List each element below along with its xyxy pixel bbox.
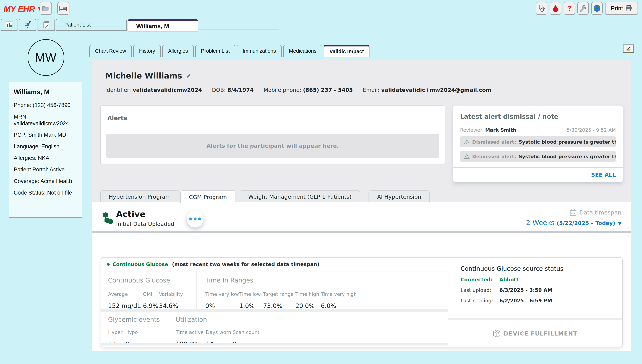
continuous-glucose-section: Continuous Glucose Average 152 mg/dL GMI… [101, 272, 197, 309]
clinical-button[interactable] [536, 2, 547, 15]
inpatient-button[interactable] [57, 2, 70, 15]
tab-inbox[interactable] [19, 19, 36, 30]
stethoscope-icon [538, 5, 545, 12]
field-email: Email: validatevalidic+mw2024@gmail.com [363, 87, 492, 93]
source-connected-row: Connected: Abbott [460, 277, 622, 283]
folder-icon [42, 5, 50, 12]
patient-header-name: Michelle Williams [105, 71, 182, 80]
tab-reports[interactable] [1, 19, 18, 30]
tab-hypertension-program[interactable]: Hypertension Program [100, 190, 179, 202]
web-button[interactable] [591, 2, 603, 15]
charts-folder-button[interactable] [40, 2, 52, 15]
divider [101, 309, 448, 312]
patient-list-label: Patient List [64, 22, 90, 28]
glycemic-events-section: Glycemic events Hyper 13 Hypo 0 [101, 312, 167, 343]
help-button[interactable]: ? [564, 2, 575, 15]
time-in-ranges-section: Time In Ranges Time very low 0% Time low… [197, 272, 448, 309]
metric-time-very-low: Time very low 0% [205, 292, 239, 309]
patient-info-card: Williams, M Phone: (123) 456-7890 MRN: v… [9, 82, 82, 218]
program-substatus: Initial Data Uploaded [116, 221, 174, 227]
printer-icon [625, 5, 632, 12]
timespan-label: Data timespan [579, 209, 621, 216]
metric-gmi: GMI 6.9% [143, 292, 159, 309]
sidebar-allergies: Allergies: NKA [14, 155, 77, 162]
source-last-upload-row: Last upload: 6/3/2025 - 3:59 AM [460, 287, 622, 293]
dismissed-alert-row[interactable]: Dismissed alert: Systolic blood pressure… [460, 151, 616, 162]
source-status-title: Continuous Glucose source status [460, 265, 622, 272]
sidebar-phone: Phone: (123) 456-7890 [14, 102, 77, 108]
lab-button[interactable] [550, 2, 561, 15]
sidebar-code-status: Code Status: Not on file [14, 190, 77, 196]
tab-chart-review[interactable]: Chart Review [89, 45, 132, 57]
see-all-link[interactable]: SEE ALL [460, 172, 616, 178]
cgm-header-note: (most recent two weeks for selected data… [172, 262, 320, 267]
tab-history[interactable]: History [133, 45, 161, 57]
writing-hand-icon [625, 46, 632, 52]
chevron-down-icon: ▼ [618, 221, 621, 226]
chart-tab-bar: Chart Review History Allergies Problem L… [89, 45, 370, 57]
alerts-empty-message: Alerts for the participant will appear h… [106, 134, 439, 158]
sidebar-portal: Patient Portal: Active [14, 166, 77, 173]
alerts-title: Alerts [100, 106, 445, 131]
tab-problem-list[interactable]: Problem List [195, 45, 235, 57]
metric-time-very-high: Time very high 6.0% [321, 292, 357, 309]
green-dot-icon [107, 263, 110, 266]
sign-note-button[interactable] [623, 44, 634, 53]
metric-target-range: Target range 73.0% [263, 292, 295, 309]
tab-medications[interactable]: Medications [283, 45, 322, 57]
question-icon: ? [567, 4, 572, 12]
program-tab-bar: Hypertension Program CGM Program Weight … [100, 190, 430, 203]
tab-active-patient[interactable]: Williams, M [128, 19, 198, 32]
tab-validic-impact[interactable]: Validic Impact [324, 45, 370, 57]
metric-time-low: Time low 1.0% [239, 292, 263, 309]
section-divider-bar [92, 231, 630, 233]
sidebar-language: Language: English [14, 143, 77, 150]
metric-variability: Variability 34.6% [159, 292, 183, 309]
print-label: Print [611, 5, 623, 12]
cgm-header-title: Continuous Glucose [112, 262, 168, 267]
validic-impact-panel: Michelle Williams Identifier: validateva… [92, 60, 630, 351]
calendar-range-icon [570, 209, 576, 216]
cgm-program-panel: Active Initial Data Uploaded Data timesp… [92, 202, 630, 351]
bar-chart-icon [6, 21, 13, 28]
dismissed-alert-row[interactable]: Dismissed alert: Systolic blood pressure… [460, 136, 616, 148]
reviewer: Reviewer: Mark Smith [460, 127, 516, 133]
more-options-button[interactable] [186, 210, 204, 228]
device-fulfillment-button[interactable]: DEVICE FULFILLMENT [448, 318, 622, 347]
source-last-reading-row: Last reading: 6/2/2025 - 6:59 PM [460, 298, 622, 304]
warning-icon [464, 154, 470, 159]
app-logo[interactable]: MY EHR▼ [4, 4, 42, 14]
field-identifier: Identifier: validatevalidicmw2024 [105, 87, 202, 93]
divider [453, 167, 622, 168]
field-mobile: Mobile phone: (865) 237 - 5403 [264, 87, 353, 93]
tab-immunizations[interactable]: Immunizations [237, 45, 282, 57]
program-status: Active [116, 209, 174, 219]
tab-cgm-program[interactable]: CGM Program [180, 190, 235, 203]
edit-pencil-icon[interactable] [186, 73, 192, 79]
metric-time-high: Time high 20.0% [295, 292, 321, 309]
metric-average: Average 152 mg/dL [108, 292, 143, 309]
sidebar-divider [86, 36, 86, 320]
validic-logo-icon [102, 212, 114, 227]
tools-button[interactable] [577, 2, 589, 15]
warning-icon [464, 139, 470, 144]
globe-icon [593, 5, 601, 12]
dismissal-card: Latest alert dismissal / note Reviewer: … [453, 106, 622, 182]
timespan-select[interactable]: 2 Weeks (5/22/2025 – Today)▼ [526, 219, 621, 226]
tab-ai-hypertension[interactable]: AI Hypertension [368, 190, 430, 202]
sidebar-patient-name: Williams, M [14, 88, 77, 96]
dismissal-timestamp: 5/30/2025 - 9:52 AM [567, 127, 616, 133]
tab-weight-management[interactable]: Weight Management (GLP-1 Patients) [240, 190, 360, 202]
tab-notes[interactable] [38, 19, 55, 30]
dismissal-title: Latest alert dismissal / note [460, 113, 616, 120]
package-icon [493, 330, 500, 338]
active-patient-label: Williams, M [136, 22, 169, 30]
tab-allergies[interactable]: Allergies [162, 45, 194, 57]
alerts-card: Alerts Alerts for the participant will a… [100, 105, 445, 164]
source-status-section: Continuous Glucose source status Connect… [448, 258, 622, 347]
tab-patient-list[interactable]: Patient List [56, 19, 127, 30]
wrench-icon [579, 5, 587, 12]
notepad-icon [43, 21, 50, 28]
print-button[interactable]: Print [605, 2, 638, 15]
patient-avatar: MW [28, 39, 64, 76]
